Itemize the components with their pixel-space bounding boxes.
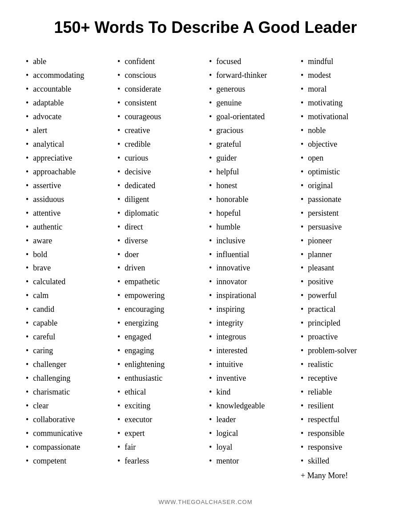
list-item: clear xyxy=(26,399,110,413)
list-item: positive xyxy=(301,275,385,289)
list-item: pleasant xyxy=(301,261,385,275)
list-item: mindful xyxy=(301,55,385,69)
word-list-4: mindfulmodestmoralmotivatingmotivational… xyxy=(301,55,385,468)
list-item: diverse xyxy=(117,234,202,248)
list-item: practical xyxy=(301,302,385,316)
column-2: confidentconsciousconsiderateconsistentc… xyxy=(114,55,206,483)
list-item: direct xyxy=(117,220,202,234)
list-item: accommodating xyxy=(26,69,110,82)
list-item: skilled xyxy=(301,454,385,468)
list-item: credible xyxy=(117,137,202,151)
list-item: ethical xyxy=(117,385,202,399)
list-item: energizing xyxy=(117,316,202,330)
list-item: competent xyxy=(26,454,110,468)
list-item: modest xyxy=(301,69,385,82)
list-item: original xyxy=(301,179,385,193)
list-item: expert xyxy=(117,427,202,440)
page-title: 150+ Words To Describe A Good Leader xyxy=(22,18,389,37)
column-1: ableaccommodatingaccountableadaptableadv… xyxy=(22,55,114,483)
list-item: logical xyxy=(209,427,294,440)
list-item: fearless xyxy=(117,454,202,468)
list-item: inclusive xyxy=(209,234,294,248)
list-item: goal-orientated xyxy=(209,110,294,124)
list-item: honorable xyxy=(209,193,294,206)
list-item: challenger xyxy=(26,358,110,371)
list-item: dedicated xyxy=(117,179,202,193)
list-item: intuitive xyxy=(209,358,294,371)
columns-wrapper: ableaccommodatingaccountableadaptableadv… xyxy=(22,55,389,483)
list-item: powerful xyxy=(301,289,385,302)
list-item: humble xyxy=(209,220,294,234)
list-item: bold xyxy=(26,248,110,262)
list-item: capable xyxy=(26,316,110,330)
list-item: enthusiastic xyxy=(117,371,202,385)
list-item: able xyxy=(26,55,110,69)
list-item: inventive xyxy=(209,371,294,385)
list-item: caring xyxy=(26,344,110,358)
list-item: creative xyxy=(117,124,202,137)
list-item: empowering xyxy=(117,289,202,302)
list-item: fair xyxy=(117,440,202,454)
list-item: helpful xyxy=(209,165,294,179)
list-item: moral xyxy=(301,82,385,96)
list-item: diligent xyxy=(117,193,202,206)
list-item: analytical xyxy=(26,137,110,151)
list-item: kind xyxy=(209,385,294,399)
list-item: resilient xyxy=(301,399,385,413)
list-item: charismatic xyxy=(26,385,110,399)
list-item: motivating xyxy=(301,96,385,110)
list-item: assiduous xyxy=(26,193,110,206)
list-item: responsive xyxy=(301,440,385,454)
list-item: appreciative xyxy=(26,151,110,165)
list-item: brave xyxy=(26,261,110,275)
list-item: realistic xyxy=(301,358,385,371)
list-item: inspiring xyxy=(209,302,294,316)
list-item: interested xyxy=(209,344,294,358)
list-item: leader xyxy=(209,413,294,427)
list-item: executor xyxy=(117,413,202,427)
list-item: empathetic xyxy=(117,275,202,289)
more-text: + Many More! xyxy=(301,469,385,483)
list-item: considerate xyxy=(117,82,202,96)
list-item: innovator xyxy=(209,275,294,289)
list-item: principled xyxy=(301,316,385,330)
list-item: mentor xyxy=(209,454,294,468)
list-item: noble xyxy=(301,124,385,137)
list-item: problem-solver xyxy=(301,344,385,358)
list-item: collaborative xyxy=(26,413,110,427)
list-item: enlightening xyxy=(117,358,202,371)
list-item: authentic xyxy=(26,220,110,234)
list-item: motivational xyxy=(301,110,385,124)
list-item: alert xyxy=(26,124,110,137)
word-list-2: confidentconsciousconsiderateconsistentc… xyxy=(117,55,202,468)
list-item: integrity xyxy=(209,316,294,330)
list-item: doer xyxy=(117,248,202,262)
list-item: candid xyxy=(26,302,110,316)
footer-text: WWW.THEGOALCHASER.COM xyxy=(22,499,389,505)
list-item: attentive xyxy=(26,206,110,220)
list-item: calm xyxy=(26,289,110,302)
list-item: persuasive xyxy=(301,220,385,234)
list-item: forward-thinker xyxy=(209,69,294,82)
list-item: careful xyxy=(26,330,110,344)
list-item: curious xyxy=(117,151,202,165)
column-3: focusedforward-thinkergenerousgenuinegoa… xyxy=(206,55,297,483)
word-list-1: ableaccommodatingaccountableadaptableadv… xyxy=(26,55,110,468)
list-item: exciting xyxy=(117,399,202,413)
list-item: reliable xyxy=(301,385,385,399)
list-item: loyal xyxy=(209,440,294,454)
list-item: guider xyxy=(209,151,294,165)
list-item: pioneer xyxy=(301,234,385,248)
list-item: consistent xyxy=(117,96,202,110)
list-item: honest xyxy=(209,179,294,193)
column-4: mindfulmodestmoralmotivatingmotivational… xyxy=(297,55,389,483)
list-item: responsible xyxy=(301,427,385,440)
list-item: receptive xyxy=(301,371,385,385)
list-item: encouraging xyxy=(117,302,202,316)
list-item: objective xyxy=(301,137,385,151)
list-item: grateful xyxy=(209,137,294,151)
list-item: adaptable xyxy=(26,96,110,110)
list-item: assertive xyxy=(26,179,110,193)
list-item: proactive xyxy=(301,330,385,344)
list-item: compassionate xyxy=(26,440,110,454)
